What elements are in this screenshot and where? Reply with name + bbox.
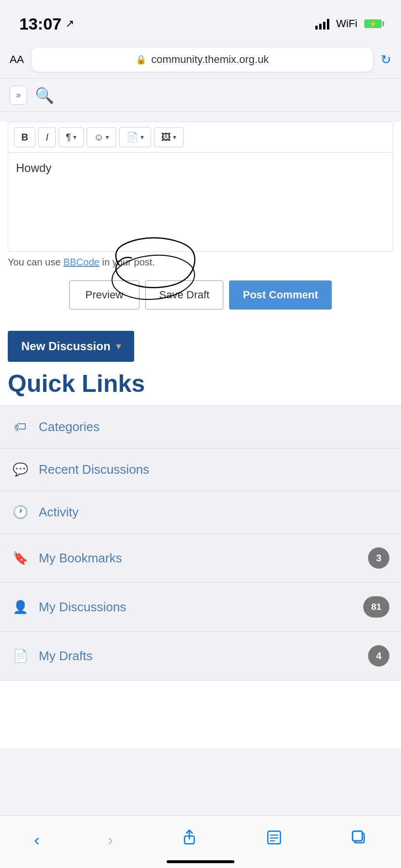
main-content: B I ¶ ▾ ☺ ▾ 📄 ▾ 🖼 ▾ xyxy=(0,122,401,748)
url-text: community.themix.org.uk xyxy=(151,53,269,66)
my-bookmarks-label: My Bookmarks xyxy=(39,551,122,566)
file-icon: 📄 xyxy=(126,131,139,143)
bookmarks-badge: 3 xyxy=(368,547,389,569)
emoji-button[interactable]: ☺ ▾ xyxy=(87,127,116,147)
post-comment-button[interactable]: Post Comment xyxy=(229,280,331,310)
wifi-icon: WiFi xyxy=(336,17,357,30)
browser-toolbar: » 🔍 xyxy=(0,78,401,112)
bookmark-icon: 🔖 xyxy=(12,551,29,566)
recent-discussions-label: Recent Discussions xyxy=(39,462,149,477)
status-time: 13:07 ↗ xyxy=(19,15,74,33)
quick-link-categories[interactable]: 🏷 Categories xyxy=(0,406,401,449)
drafts-icon: 📄 xyxy=(12,649,29,664)
my-drafts-badge: 4 xyxy=(368,645,389,666)
bbcode-info: You can use BBCode in your post. xyxy=(0,252,401,276)
preview-button[interactable]: Preview xyxy=(69,280,139,310)
image-dropdown-arrow: ▾ xyxy=(173,133,176,141)
new-discussion-button[interactable]: New Discussion ▾ xyxy=(8,331,134,362)
paragraph-button[interactable]: ¶ ▾ xyxy=(59,127,84,147)
forward-button[interactable]: › xyxy=(98,826,123,853)
search-icon[interactable]: 🔍 xyxy=(35,86,54,105)
quick-link-recent-discussions[interactable]: 💬 Recent Discussions xyxy=(0,449,401,491)
emoji-dropdown-arrow: ▾ xyxy=(106,133,109,141)
home-indicator xyxy=(167,860,234,863)
battery-icon: ⚡ xyxy=(364,19,382,28)
expand-tabs-button[interactable]: » xyxy=(10,86,27,105)
my-discussions-label: My Discussions xyxy=(39,600,126,615)
editor-toolbar: B I ¶ ▾ ☺ ▾ 📄 ▾ 🖼 ▾ xyxy=(8,122,393,153)
tag-icon: 🏷 xyxy=(12,419,29,434)
editor-container: B I ¶ ▾ ☺ ▾ 📄 ▾ 🖼 ▾ xyxy=(8,122,393,252)
status-icons: WiFi ⚡ xyxy=(315,17,382,30)
my-drafts-label: My Drafts xyxy=(39,649,93,664)
lock-icon: 🔒 xyxy=(136,54,146,65)
svg-rect-8 xyxy=(353,831,362,841)
user-icon: 👤 xyxy=(12,600,29,615)
action-buttons: Preview Save Draft Post Comment xyxy=(0,276,401,321)
post-content-input[interactable]: Howdy xyxy=(8,153,393,249)
bbcode-link[interactable]: BBCode xyxy=(63,257,100,267)
status-bar: 13:07 ↗ WiFi ⚡ xyxy=(0,0,401,43)
clock-icon: 🕐 xyxy=(12,505,29,520)
tabs-button[interactable] xyxy=(341,825,377,853)
image-icon: 🖼 xyxy=(161,132,171,143)
quick-links-list: 🏷 Categories 💬 Recent Discussions 🕐 Acti… xyxy=(0,405,401,681)
categories-label: Categories xyxy=(39,419,100,434)
location-arrow-icon: ↗ xyxy=(65,17,74,30)
share-button[interactable] xyxy=(171,825,207,853)
browser-bar: AA 🔒 community.themix.org.uk ↻ xyxy=(0,43,401,78)
bold-button[interactable]: B xyxy=(14,127,35,147)
comment-icon: 💬 xyxy=(12,462,29,477)
my-discussions-badge: 81 xyxy=(363,596,389,618)
quick-link-bookmarks[interactable]: 🔖 My Bookmarks 3 xyxy=(0,534,401,583)
file-dropdown-arrow: ▾ xyxy=(140,133,144,141)
quick-link-my-discussions[interactable]: 👤 My Discussions 81 xyxy=(0,583,401,632)
dropdown-arrow-icon: ▾ xyxy=(116,341,121,352)
quick-links-heading: Quick Links xyxy=(0,362,401,398)
quick-link-my-drafts[interactable]: 📄 My Drafts 4 xyxy=(0,632,401,681)
reload-button[interactable]: ↻ xyxy=(381,52,391,67)
activity-label: Activity xyxy=(39,505,78,520)
paragraph-dropdown-arrow: ▾ xyxy=(73,133,77,141)
image-button[interactable]: 🖼 ▾ xyxy=(154,127,184,147)
signal-icon xyxy=(315,18,329,30)
save-draft-button[interactable]: Save Draft xyxy=(145,280,224,310)
bookmarks-nav-icon xyxy=(266,829,282,846)
aa-text[interactable]: AA xyxy=(10,53,24,66)
url-bar[interactable]: 🔒 community.themix.org.uk xyxy=(31,47,373,72)
quick-link-activity[interactable]: 🕐 Activity xyxy=(0,491,401,534)
italic-button[interactable]: I xyxy=(38,127,56,147)
share-icon xyxy=(181,829,198,846)
bookmarks-nav-button[interactable] xyxy=(256,825,292,853)
back-button[interactable]: ‹ xyxy=(24,826,49,853)
tabs-icon xyxy=(351,829,367,846)
file-button[interactable]: 📄 ▾ xyxy=(119,127,151,147)
editor-section: B I ¶ ▾ ☺ ▾ 📄 ▾ 🖼 ▾ xyxy=(0,122,401,321)
